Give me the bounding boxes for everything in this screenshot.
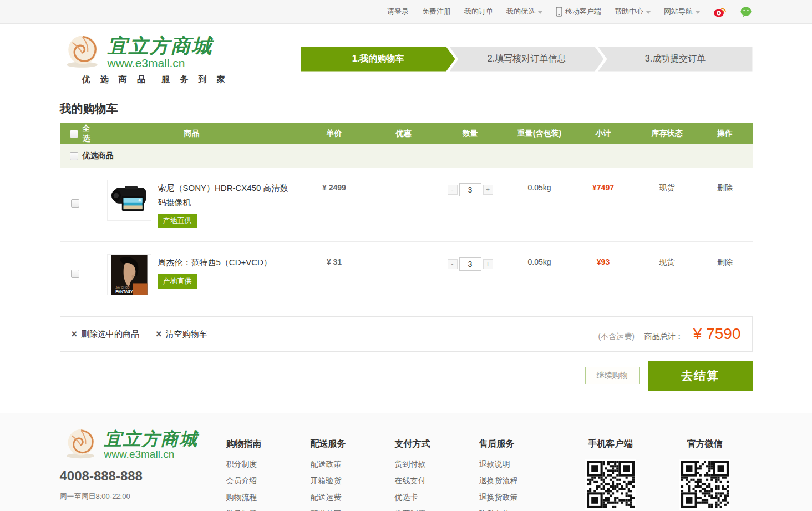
footer-qr-app: 手机客户端 [564, 427, 658, 511]
cart-section: 我的购物车 全选 商品 单价 优惠 数量 重量(含包装) 小计 库存状态 操作 … [60, 101, 753, 391]
product-title[interactable]: 索尼（SONY）HDR-CX450 高清数码摄像机 [158, 181, 293, 209]
footer-link[interactable]: 发票制度 [395, 505, 479, 511]
cart-actions: 继续购物 去结算 [60, 361, 753, 391]
svg-text:FANTASY: FANTASY [115, 290, 133, 294]
col-unit-price: 单价 [293, 129, 376, 139]
continue-shopping-button[interactable]: 继续购物 [585, 367, 640, 384]
my-orders-link[interactable]: 我的订单 [464, 7, 493, 17]
svg-text:JAY CHOU: JAY CHOU [115, 286, 130, 289]
help-center-menu[interactable]: 帮助中心 [615, 7, 651, 17]
x-icon: × [156, 329, 162, 339]
site-slogan: 优 选 商 品 服 务 到 家 [63, 74, 229, 85]
cart-row: 索尼（SONY）HDR-CX450 高清数码摄像机 产地直供 ¥ 2499 - … [60, 168, 753, 241]
service-hours: 周一至周日8:00-22:00 [60, 492, 226, 502]
product-title[interactable]: 周杰伦：范特西5（CD+VCD） [158, 255, 272, 270]
footer-link[interactable]: 积分制度 [226, 456, 311, 472]
total-value: ¥ 7590 [693, 325, 741, 343]
clear-cart-button[interactable]: × 清空购物车 [156, 329, 207, 340]
quantity-input[interactable] [459, 257, 481, 271]
site-nav-menu[interactable]: 网站导航 [664, 7, 700, 17]
col-subtotal: 小计 [570, 129, 637, 139]
footer-link[interactable]: 开箱验货 [311, 472, 395, 489]
origin-badge: 产地直供 [158, 214, 197, 228]
group-checkbox[interactable] [70, 152, 78, 160]
col-product: 商品 [91, 129, 293, 139]
quantity-decrease-button[interactable]: - [448, 185, 458, 195]
step-order-submitted: 3.成功提交订单 [598, 47, 753, 72]
footer-link[interactable]: 退换货流程 [479, 472, 564, 489]
mobile-phone-icon [556, 7, 562, 17]
footer-logo[interactable]: 宜立方商城 www.e3mall.cn [60, 427, 226, 459]
footer-link[interactable]: 在线支付 [395, 472, 479, 489]
site-name: 宜立方商城 [108, 36, 213, 56]
chevron-down-icon [538, 11, 542, 14]
service-phone: 4008-888-888 [60, 468, 226, 484]
quantity-stepper: - + [448, 257, 493, 271]
delete-item-link[interactable]: 删除 [717, 183, 733, 192]
col-discount: 优惠 [376, 129, 432, 139]
group-row: 优选商品 [60, 144, 753, 168]
cart-row: JAY CHOU FANTASY 周杰伦：范特西5（CD+VCD） 产地直供 ¥… [60, 241, 753, 308]
footer-link[interactable]: 货到付款 [395, 456, 479, 472]
x-icon: × [72, 329, 78, 339]
item-weight: 0.05kg [509, 180, 570, 192]
site-name: 宜立方商城 [104, 430, 199, 448]
checkout-steps: 1.我的购物车 2.填写核对订单信息 3.成功提交订单 [301, 47, 753, 72]
quantity-increase-button[interactable]: + [483, 259, 493, 269]
mobile-client-link[interactable]: 移动客户端 [556, 7, 601, 17]
footer-link[interactable]: 优选卡 [395, 489, 479, 505]
group-label: 优选商品 [83, 151, 114, 161]
item-subtotal: ¥7497 [570, 180, 637, 192]
page-header: 宜立方商城 www.e3mall.cn 优 选 商 品 服 务 到 家 1.我的… [60, 24, 753, 94]
step-cart: 1.我的购物车 [301, 47, 455, 72]
item-weight: 0.05kg [509, 254, 570, 266]
footer-col-delivery: 配送服务 配送政策 开箱验货 配送运费 配送范围 [311, 427, 395, 511]
footer-link[interactable]: 会员介绍 [226, 472, 311, 489]
login-link[interactable]: 请登录 [387, 7, 409, 17]
footer-col-shopping-guide: 购物指南 积分制度 会员介绍 购物流程 常见问题 [226, 427, 311, 511]
footer-qr-wechat: 官方微信 [658, 427, 752, 511]
unit-price: ¥ 31 [293, 254, 376, 266]
col-weight: 重量(含包装) [509, 129, 570, 139]
site-logo[interactable]: 宜立方商城 www.e3mall.cn 优 选 商 品 服 务 到 家 [60, 33, 229, 85]
footer-link[interactable]: 配送运费 [311, 489, 395, 505]
col-actions: 操作 [698, 129, 753, 139]
register-link[interactable]: 免费注册 [422, 7, 451, 17]
footer-col-after-sales: 售后服务 退款说明 退换货流程 退换货政策 隐私条款 [479, 427, 564, 511]
product-image-album[interactable]: JAY CHOU FANTASY [107, 254, 151, 295]
stock-status: 现货 [637, 180, 698, 193]
total-label: 商品总计： [644, 332, 683, 342]
cart-table-header: 全选 商品 单价 优惠 数量 重量(含包装) 小计 库存状态 操作 [60, 123, 753, 144]
my-picks-menu[interactable]: 我的优选 [506, 7, 542, 17]
unit-price: ¥ 2499 [293, 180, 376, 192]
footer-link[interactable]: 配送范围 [311, 505, 395, 511]
item-checkbox[interactable] [71, 270, 79, 278]
delete-selected-button[interactable]: × 删除选中的商品 [72, 329, 140, 340]
footer-link[interactable]: 隐私条款 [479, 505, 564, 511]
item-checkbox[interactable] [71, 199, 79, 208]
quantity-decrease-button[interactable]: - [448, 259, 458, 269]
footer-link[interactable]: 购物流程 [226, 489, 311, 505]
topbar: 请登录 免费注册 我的订单 我的优选 移动客户端 帮助中心 网站导航 [0, 0, 812, 24]
weibo-icon[interactable] [713, 6, 727, 17]
product-image-camcorder[interactable] [107, 180, 151, 221]
cart-summary-bar: × 删除选中的商品 × 清空购物车 (不含运费) 商品总计： ¥ 7590 [60, 316, 753, 352]
select-all-checkbox[interactable] [70, 130, 78, 138]
step-order-info: 2.填写核对订单信息 [450, 47, 604, 72]
page-title: 我的购物车 [60, 101, 753, 117]
quantity-increase-button[interactable]: + [483, 185, 493, 195]
select-all-label: 全选 [83, 124, 91, 144]
checkout-button[interactable]: 去结算 [648, 361, 753, 391]
footer-link[interactable]: 退换货政策 [479, 489, 564, 505]
footer-link[interactable]: 退款说明 [479, 456, 564, 472]
site-url: www.e3mall.cn [104, 449, 199, 459]
site-url: www.e3mall.cn [108, 57, 213, 69]
wechat-icon[interactable] [740, 6, 752, 17]
delete-item-link[interactable]: 删除 [717, 257, 733, 266]
nautilus-shell-logo-image [63, 33, 103, 69]
quantity-input[interactable] [459, 183, 481, 196]
footer-link[interactable]: 常见问题 [226, 505, 311, 511]
col-quantity: 数量 [432, 129, 509, 139]
item-subtotal: ¥93 [570, 254, 637, 266]
footer-link[interactable]: 配送政策 [311, 456, 395, 472]
